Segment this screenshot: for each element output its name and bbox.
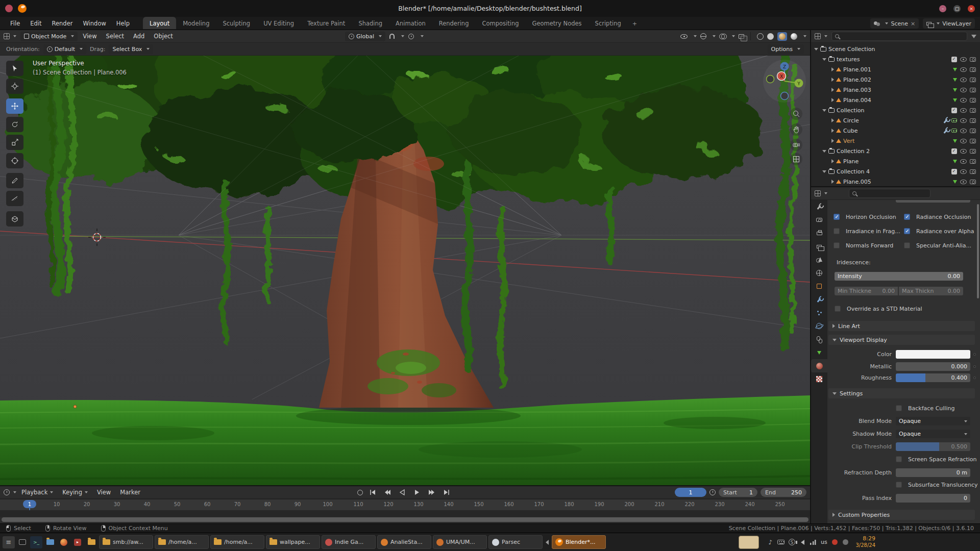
- current-frame-field[interactable]: 1: [675, 488, 706, 497]
- clock[interactable]: 8:29 3/28/24: [855, 535, 875, 548]
- task-home-1[interactable]: /home/a...: [155, 535, 209, 549]
- media-player-icon[interactable]: ▸: [71, 536, 84, 548]
- notifications-tray-icon[interactable]: [830, 538, 839, 547]
- outliner-row-scene-collection[interactable]: Scene Collection: [811, 44, 980, 54]
- editor-type-icon[interactable]: [4, 33, 10, 39]
- outliner-search-input[interactable]: [842, 33, 964, 40]
- properties-tab-particles[interactable]: [811, 306, 827, 319]
- downloads-folder-icon[interactable]: [85, 536, 97, 548]
- panel-viewport-display[interactable]: Viewport Display: [828, 335, 975, 345]
- viewport-menu-view[interactable]: View: [79, 30, 101, 42]
- timeline-menu-view[interactable]: View: [93, 486, 115, 498]
- render-visibility-icon[interactable]: [970, 67, 976, 72]
- tool-measure[interactable]: [6, 191, 23, 206]
- network-tray-icon[interactable]: [808, 538, 818, 547]
- menu-help[interactable]: Help: [111, 17, 135, 30]
- tab-scripting[interactable]: Scripting: [589, 17, 628, 30]
- orientation-setting-dropdown[interactable]: Default: [43, 44, 86, 54]
- timeline-menu-keying[interactable]: Keying: [58, 486, 92, 498]
- proportional-dropdown[interactable]: [421, 35, 424, 37]
- jump-to-end-button[interactable]: [442, 488, 452, 497]
- menu-edit[interactable]: Edit: [25, 17, 46, 30]
- terminal-icon[interactable]: >_: [30, 536, 42, 548]
- navigation-gizmo[interactable]: Z Y X: [762, 58, 807, 104]
- task-blender[interactable]: Blender*...: [552, 535, 606, 549]
- properties-tab-view-layer[interactable]: [811, 240, 827, 253]
- web-browser-icon[interactable]: [58, 536, 70, 548]
- tray-widget[interactable]: [739, 536, 759, 549]
- outliner-row-plane001[interactable]: Plane.001: [811, 64, 980, 74]
- minimize-button[interactable]: –: [939, 5, 946, 12]
- outliner-row-cube[interactable]: Cube: [811, 126, 980, 136]
- option-horizon-occlusion[interactable]: Horizon Occlusion Radiance Occlusion: [831, 213, 977, 222]
- panel-settings[interactable]: Settings: [828, 388, 975, 398]
- settings-ssr-row[interactable]: Screen Space Refraction: [831, 455, 977, 464]
- menu-window[interactable]: Window: [78, 17, 111, 30]
- viewport-menu-select[interactable]: Select: [102, 30, 128, 42]
- animate-dot[interactable]: [973, 377, 976, 379]
- properties-editor-type-icon[interactable]: [815, 190, 821, 196]
- animate-dot[interactable]: [973, 365, 976, 368]
- outliner-row-plane[interactable]: Plane: [811, 156, 980, 166]
- settings-subsurface-row[interactable]: Subsurface Translucency: [831, 481, 977, 490]
- timeline-menu-playback[interactable]: Playback: [17, 486, 57, 498]
- proportional-editing-icon[interactable]: [408, 34, 414, 39]
- checkbox[interactable]: [834, 228, 840, 234]
- task-smb[interactable]: smb://aw...: [99, 535, 153, 549]
- timeline-channel-area[interactable]: [0, 510, 810, 517]
- outliner-row-plane003[interactable]: Plane.003: [811, 85, 980, 95]
- outliner-row-vert[interactable]: Vert: [811, 136, 980, 146]
- snap-dropdown[interactable]: [401, 35, 404, 37]
- render-visibility-icon[interactable]: [970, 78, 976, 82]
- viewport-scene[interactable]: [0, 56, 810, 486]
- play-reverse-button[interactable]: [397, 488, 407, 497]
- option-irradiance[interactable]: Irradiance in Frag... Radiance over Alph…: [831, 227, 977, 236]
- viewlayer-selector[interactable]: ViewLayer: [923, 18, 975, 29]
- roughness-slider[interactable]: 0.400: [896, 373, 970, 382]
- transform-orientation-dropdown[interactable]: Global: [345, 32, 385, 41]
- tool-rotate[interactable]: [6, 117, 23, 132]
- hide-icon[interactable]: [960, 180, 967, 184]
- jump-to-start-button[interactable]: [368, 488, 378, 497]
- task-uma[interactable]: UMA/UM...: [433, 535, 487, 549]
- task-indie[interactable]: Indie Ga...: [322, 535, 376, 549]
- render-visibility-icon[interactable]: [970, 118, 976, 123]
- tool-scale[interactable]: [6, 135, 23, 150]
- hide-icon[interactable]: [960, 98, 967, 103]
- hide-icon[interactable]: [960, 57, 967, 62]
- gizmo-axis-y-neg[interactable]: [767, 76, 774, 83]
- render-visibility-icon[interactable]: [970, 88, 976, 92]
- checkbox[interactable]: [834, 242, 840, 248]
- properties-search[interactable]: [849, 189, 930, 198]
- app-menu-icon[interactable]: ≡: [3, 536, 15, 548]
- visibility-icon[interactable]: [680, 34, 688, 39]
- camera-view-icon[interactable]: [790, 139, 802, 151]
- task-home-2[interactable]: /home/a...: [210, 535, 264, 549]
- iridescence-thickness-row[interactable]: Min Thickne 0.00 Max Thickn 0.00: [831, 287, 977, 296]
- mode-selector[interactable]: Object Mode: [20, 32, 78, 41]
- render-visibility-icon[interactable]: [970, 108, 976, 113]
- checkbox[interactable]: [896, 456, 902, 462]
- properties-scrollbar[interactable]: [977, 204, 979, 298]
- shading-dropdown[interactable]: [803, 35, 806, 37]
- properties-tab-material[interactable]: [811, 359, 827, 372]
- blend-mode-dropdown[interactable]: Opaque: [896, 417, 970, 425]
- hide-icon[interactable]: [960, 149, 967, 154]
- tab-uv-editing[interactable]: UV Editing: [257, 17, 301, 30]
- checkbox[interactable]: [896, 482, 902, 488]
- task-analiesta[interactable]: AnalieSta...: [377, 535, 431, 549]
- hide-icon[interactable]: [960, 139, 967, 143]
- tool-annotate[interactable]: [6, 173, 23, 188]
- outliner-row-collection2[interactable]: Collection 2: [811, 146, 980, 156]
- option-override-std[interactable]: Override as a STD Material: [831, 305, 977, 314]
- properties-tab-world[interactable]: [811, 266, 827, 280]
- close-button[interactable]: ×: [968, 5, 975, 12]
- scene-selector[interactable]: Scene ×: [870, 18, 919, 29]
- properties-tab-object[interactable]: [811, 280, 827, 293]
- timeline-ruler[interactable]: 10 20 30 40 50 60 70 80 90 100 110 120 1…: [0, 499, 810, 510]
- checkbox[interactable]: [904, 242, 910, 248]
- viewport-menu-object[interactable]: Object: [150, 30, 177, 42]
- timeline-menu-marker[interactable]: Marker: [116, 486, 144, 498]
- settings-backface-row[interactable]: Backface Culling: [831, 404, 977, 413]
- refraction-depth-field[interactable]: 0 m: [896, 468, 970, 477]
